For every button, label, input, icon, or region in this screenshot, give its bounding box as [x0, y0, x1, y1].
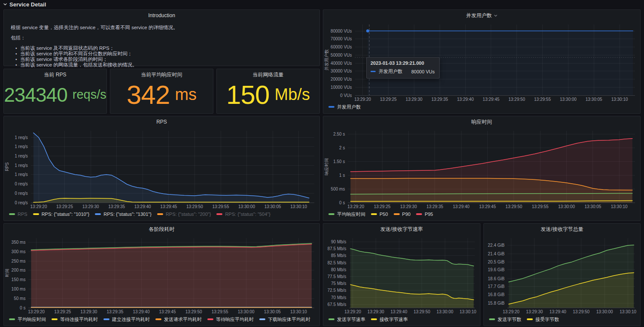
legend-series-swatch [33, 213, 39, 215]
panel-title-byte-rate[interactable]: 发送/接收字节速率 [323, 224, 480, 235]
concurrent-users-chart[interactable]: 13:29:2013:29:2513:29:3013:29:3513:29:40… [323, 21, 640, 103]
panel-title-text: 响应时间 [471, 118, 492, 126]
legend-series-swatch [328, 213, 334, 215]
svg-text:13:29:20: 13:29:20 [28, 309, 45, 314]
legend-series-label: P90 [402, 212, 411, 217]
row-header-service-detail[interactable]: Service Detail [3, 1, 46, 8]
legend-series-label: 接受字节数 [535, 316, 559, 323]
svg-text:13:30:10: 13:30:10 [290, 204, 307, 209]
legend-series-swatch [328, 318, 334, 320]
svg-text:13:29:25: 13:29:25 [54, 309, 71, 314]
byte-rate-chart[interactable]: 13:29:2013:29:3013:29:4013:29:5013:30:00… [323, 235, 480, 315]
legend-item[interactable]: 接收字节速率 [371, 316, 408, 323]
intro-bullet: 当前该 service 请求各阶段消耗的时间； [20, 57, 313, 62]
svg-text:350 ms: 350 ms [12, 240, 26, 245]
legend-item[interactable]: 等待连接平均耗时 [52, 316, 98, 323]
panel-title-network-traffic[interactable]: 当前网络流量 [217, 69, 319, 80]
intro-bullet: 当前该 service 及不同返回状态码的 RPS； [20, 45, 313, 51]
svg-text:77.5 Mb/s: 77.5 Mb/s [328, 274, 346, 279]
svg-text:1 req/s: 1 req/s [15, 144, 28, 149]
phase-durations-chart[interactable]: 13:29:2013:29:2513:29:3013:29:3513:29:40… [4, 235, 319, 315]
svg-text:50 ms: 50 ms [14, 296, 25, 301]
byte-total-chart[interactable]: 13:29:2013:29:3013:29:4013:29:5013:30:00… [484, 235, 640, 315]
legend-item[interactable]: 平均响应时间 [328, 211, 365, 218]
legend-item[interactable]: 等待响应平均耗时 [207, 316, 254, 323]
svg-text:18.6 GiB: 18.6 GiB [488, 276, 504, 281]
panel-title-text: 当前平均响应时间 [141, 71, 182, 79]
svg-text:13:30:05: 13:30:05 [264, 204, 281, 209]
svg-text:响应时间: 响应时间 [324, 158, 329, 176]
legend-item[interactable]: RPS [9, 212, 27, 217]
svg-text:并发用户数: 并发用户数 [324, 49, 329, 71]
svg-text:13:29:50: 13:29:50 [413, 309, 430, 314]
svg-text:22.4 GiB: 22.4 GiB [488, 243, 504, 248]
panel-title-phase-durations[interactable]: 各阶段耗时 [4, 224, 319, 235]
rps-chart[interactable]: 13:29:2013:29:2513:29:3013:29:3513:29:40… [4, 127, 319, 210]
legend-series-label: 下载响应体平均耗时 [268, 316, 310, 323]
legend-item[interactable]: RPS: {"status": "1010"} [33, 212, 90, 217]
panel-title-rps[interactable]: RPS [4, 116, 319, 127]
legend-series-label: 发送字节数 [498, 316, 521, 323]
svg-text:13:30:10: 13:30:10 [459, 309, 476, 314]
svg-text:13:29:55: 13:29:55 [212, 309, 228, 314]
grafana-dashboard: Service Detail Introduction 根据 service 变… [0, 0, 644, 327]
svg-text:13:29:35: 13:29:35 [108, 204, 125, 209]
stat-unit: ms [175, 86, 197, 104]
legend-series-label: 建立连接平均耗时 [112, 316, 150, 323]
panel-response-time: 响应时间 13:29:2013:29:2513:29:3013:29:3513:… [323, 116, 641, 221]
legend-series-label: 平均响应时间 [337, 211, 365, 218]
phase-durations-legend: 平均响应时间等待连接平均耗时建立连接平均耗时发送请求平均耗时等待响应平均耗时下载… [4, 315, 319, 326]
legend-series-label: 发送请求平均耗时 [164, 316, 202, 323]
legend-item[interactable]: 建立连接平均耗时 [103, 316, 150, 323]
legend-series-label: RPS: {"status": "504"} [225, 212, 270, 217]
intro-bullet: 当前该 service 的网络流量，包括发送和接收的情况。 [20, 62, 313, 68]
legend-item[interactable]: 下载响应体平均耗时 [259, 316, 310, 323]
svg-text:13:29:40: 13:29:40 [453, 204, 470, 209]
legend-item[interactable]: RPS: {"status": "1301"} [95, 212, 152, 217]
legend-series-label: P95 [425, 212, 433, 217]
panel-title-response-time[interactable]: 响应时间 [323, 116, 640, 127]
svg-text:13:29:20: 13:29:20 [503, 309, 519, 314]
svg-text:40000 VUs: 40000 VUs [331, 61, 352, 66]
legend-series-label: 等待响应平均耗时 [216, 316, 254, 323]
svg-text:13:30:00: 13:30:00 [437, 309, 453, 314]
svg-text:13:29:55: 13:29:55 [532, 204, 549, 209]
svg-text:13:29:35: 13:29:35 [106, 309, 123, 314]
svg-text:13:30:00: 13:30:00 [560, 97, 577, 102]
legend-item[interactable]: 发送字节数 [489, 316, 521, 323]
svg-text:0 s: 0 s [20, 306, 25, 310]
legend-series-label: RPS: {"status": "1010"} [42, 212, 90, 217]
svg-text:13:29:50: 13:29:50 [505, 204, 522, 209]
svg-text:13:30:05: 13:30:05 [264, 309, 281, 314]
svg-text:13:29:45: 13:29:45 [159, 309, 176, 314]
legend-item[interactable]: RPS: {"status": "200"} [157, 212, 211, 217]
panel-title-current-rps[interactable]: 当前 RPS [4, 69, 106, 80]
legend-item[interactable]: 发送请求平均耗时 [155, 316, 202, 323]
svg-text:13:30:10: 13:30:10 [620, 309, 636, 314]
legend-item[interactable]: P50 [371, 212, 388, 217]
svg-text:21.4 GiB: 21.4 GiB [488, 251, 504, 256]
panel-title-introduction[interactable]: Introduction [4, 10, 319, 21]
panel-title-byte-total[interactable]: 发送/接收字节总量 [484, 224, 640, 235]
response-time-chart[interactable]: 13:29:2013:29:2513:29:3013:29:3513:29:40… [323, 127, 640, 210]
legend-item[interactable]: 并发用户数 [328, 104, 361, 110]
svg-text:85 Mb/s: 85 Mb/s [331, 253, 346, 258]
legend-item[interactable]: P95 [416, 212, 433, 217]
legend-item[interactable]: 平均响应时间 [9, 316, 46, 323]
svg-text:1 req/s: 1 req/s [15, 135, 28, 140]
legend-item[interactable]: 接受字节数 [527, 316, 559, 323]
svg-text:13:29:45: 13:29:45 [483, 97, 499, 102]
svg-text:13:29:45: 13:29:45 [160, 204, 177, 209]
svg-text:0 req/s: 0 req/s [15, 200, 28, 205]
panel-byte-total: 发送/接收字节总量 13:29:2013:29:3013:29:4013:29:… [483, 223, 641, 326]
svg-text:82.5 Mb/s: 82.5 Mb/s [328, 260, 346, 265]
legend-series-swatch [52, 318, 58, 320]
legend-series-label: P50 [380, 212, 388, 217]
legend-item[interactable]: 发送字节速率 [328, 316, 365, 323]
legend-item[interactable]: RPS: {"status": "504"} [216, 212, 270, 217]
legend-item[interactable]: P90 [394, 212, 411, 217]
svg-text:72.5 Mb/s: 72.5 Mb/s [328, 288, 346, 293]
panel-title-avg-response-time[interactable]: 当前平均响应时间 [110, 69, 213, 80]
panel-title-concurrent-users[interactable]: 并发用户数 [323, 10, 640, 21]
byte-rate-legend: 发送字节速率接收字节速率 [323, 315, 480, 326]
